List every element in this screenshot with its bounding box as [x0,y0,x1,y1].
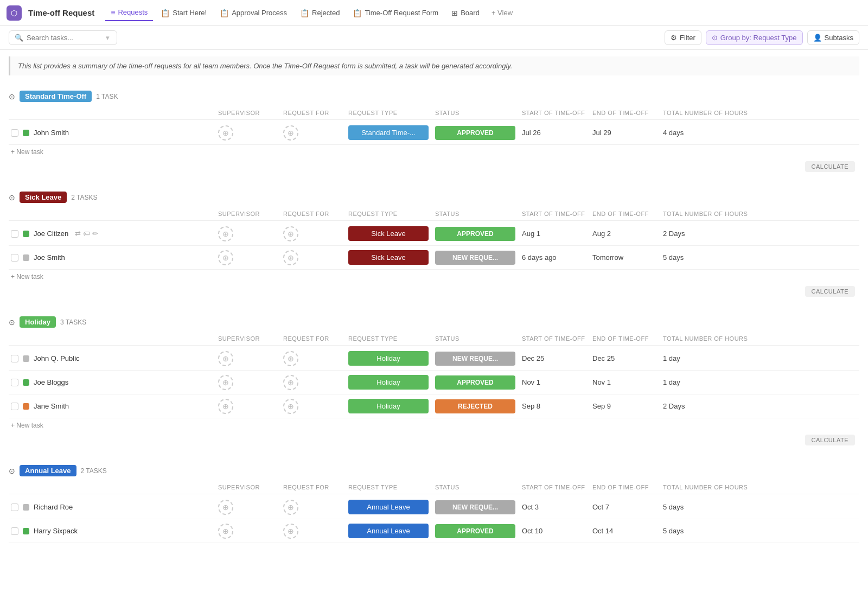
filter-button[interactable]: ⚙ Filter [665,30,701,45]
request-for-avatar[interactable]: ⊕ [283,125,298,141]
start-date-cell: Jul 26 [519,126,589,139]
tab-requests[interactable]: ≡ Requests [105,5,153,21]
col-request-for: REQUEST FOR [280,109,345,117]
calculate-button-holiday[interactable]: CALCULATE [805,435,855,445]
tab-time-off-form[interactable]: 📋 Time-Off Request Form [347,5,444,21]
request-for-avatar[interactable]: ⊕ [283,399,298,414]
status-cell: NEW REQUE... [432,349,519,368]
new-task-standard[interactable]: + New task [9,145,859,159]
task-checkbox[interactable] [11,504,18,511]
supervisor-avatar[interactable]: ⊕ [218,351,233,366]
request-for-cell: ⊕ [280,373,345,392]
column-headers-sick: SUPERVISOR REQUEST FOR REQUEST TYPE STAT… [9,207,859,221]
task-checkbox[interactable] [11,527,18,535]
request-for-avatar[interactable]: ⊕ [283,524,298,539]
end-date-cell: Oct 7 [589,501,660,513]
request-type-badge: Annual Leave [348,500,429,514]
group-header-holiday: ⊙ Holiday 3 TASKS [9,312,859,332]
start-date-cell: 6 days ago [519,251,589,264]
filter-icon: ⚙ [671,34,677,42]
task-name: Joe Bloggs [34,378,68,386]
supervisor-avatar[interactable]: ⊕ [218,250,233,265]
task-checkbox[interactable] [11,355,18,362]
group-toggle-standard[interactable]: ⊙ [9,92,15,101]
search-input[interactable] [27,34,103,42]
supervisor-avatar[interactable]: ⊕ [218,524,233,539]
task-name-cell: Jane Smith [9,398,215,415]
group-standard-time-off: ⊙ Standard Time-Off 1 TASK SUPERVISOR RE… [9,86,859,174]
table-row: Joe Bloggs ⊕ ⊕ Holiday APPROVED Nov 1 No… [9,371,859,394]
group-toggle-holiday[interactable]: ⊙ [9,318,15,327]
search-icon: 🔍 [15,34,23,42]
status-dot [23,355,29,362]
col-request-type: REQUEST TYPE [345,109,432,117]
subtasks-button[interactable]: 👤 Subtasks [807,30,859,45]
new-task-holiday[interactable]: + New task [9,418,859,432]
request-for-cell: ⊕ [280,349,345,368]
tab-board[interactable]: ⊞ Board [446,5,485,21]
tab-rejected[interactable]: 📋 Rejected [295,5,345,21]
request-for-avatar[interactable]: ⊕ [283,375,298,390]
task-name-cell: Joe Bloggs [9,374,215,391]
status-cell: APPROVED [432,124,519,142]
supervisor-avatar[interactable]: ⊕ [218,125,233,141]
supervisor-avatar[interactable]: ⊕ [218,500,233,515]
task-checkbox[interactable] [11,379,18,386]
add-view-button[interactable]: + View [487,5,517,20]
col-task-sick [9,209,215,218]
status-dot [23,231,29,237]
table-row: Richard Roe ⊕ ⊕ Annual Leave NEW REQUE..… [9,495,859,519]
request-for-cell: ⊕ [280,224,345,244]
supervisor-cell: ⊕ [215,349,280,368]
group-toggle-sick[interactable]: ⊙ [9,193,15,202]
group-by-button[interactable]: ⊙ Group by: Request Type [706,30,803,45]
calculate-row-holiday: CALCULATE [9,432,859,448]
request-for-cell: ⊕ [280,498,345,517]
calculate-button-standard[interactable]: CALCULATE [805,161,855,172]
task-name: Harry Sixpack [34,527,78,535]
status-cell: APPROVED [432,522,519,540]
start-date-cell: Sep 8 [519,400,589,412]
end-date-cell: Aug 2 [589,227,660,240]
group-header-standard: ⊙ Standard Time-Off 1 TASK [9,86,859,106]
tab-start-here[interactable]: 📋 Start Here! [155,5,212,21]
request-type-badge: Holiday [348,351,429,366]
status-badge: NEW REQUE... [435,352,515,366]
status-cell: APPROVED [432,373,519,392]
status-badge: NEW REQUE... [435,500,515,514]
status-cell: APPROVED [432,225,519,243]
supervisor-avatar[interactable]: ⊕ [218,399,233,414]
group-header-sick: ⊙ Sick Leave 2 TASKS [9,187,859,207]
status-dot [23,254,29,261]
request-for-avatar[interactable]: ⊕ [283,250,298,265]
calculate-button-sick[interactable]: CALCULATE [805,286,855,297]
supervisor-cell: ⊕ [215,373,280,392]
supervisor-avatar[interactable]: ⊕ [218,226,233,241]
group-toggle-annual[interactable]: ⊙ [9,467,15,475]
tab-approval-process[interactable]: 📋 Approval Process [214,5,292,21]
supervisor-cell: ⊕ [215,224,280,244]
request-type-badge: Holiday [348,375,429,390]
group-annual-leave: ⊙ Annual Leave 2 TASKS SUPERVISOR REQUES… [9,461,859,543]
group-header-annual: ⊙ Annual Leave 2 TASKS [9,461,859,481]
task-checkbox[interactable] [11,230,18,238]
start-date-cell: Oct 10 [519,525,589,537]
request-type-cell: Holiday [345,349,432,368]
task-name-cell: Joe Smith [9,249,215,266]
col-supervisor: SUPERVISOR [215,109,280,117]
task-checkbox[interactable] [11,254,18,262]
status-dot [23,130,29,136]
task-checkbox[interactable] [11,403,18,410]
new-task-sick[interactable]: + New task [9,270,859,284]
supervisor-avatar[interactable]: ⊕ [218,375,233,390]
request-type-cell: Sick Leave [345,224,432,243]
request-for-avatar[interactable]: ⊕ [283,351,298,366]
request-for-avatar[interactable]: ⊕ [283,500,298,515]
task-checkbox[interactable] [11,129,18,137]
group-label-annual: Annual Leave [20,465,76,476]
rejected-tab-icon: 📋 [300,9,309,17]
request-for-avatar[interactable]: ⊕ [283,226,298,241]
search-box[interactable]: 🔍 ▾ [9,30,117,45]
task-name: Jane Smith [34,402,69,410]
form-tab-icon: 📋 [353,9,362,17]
